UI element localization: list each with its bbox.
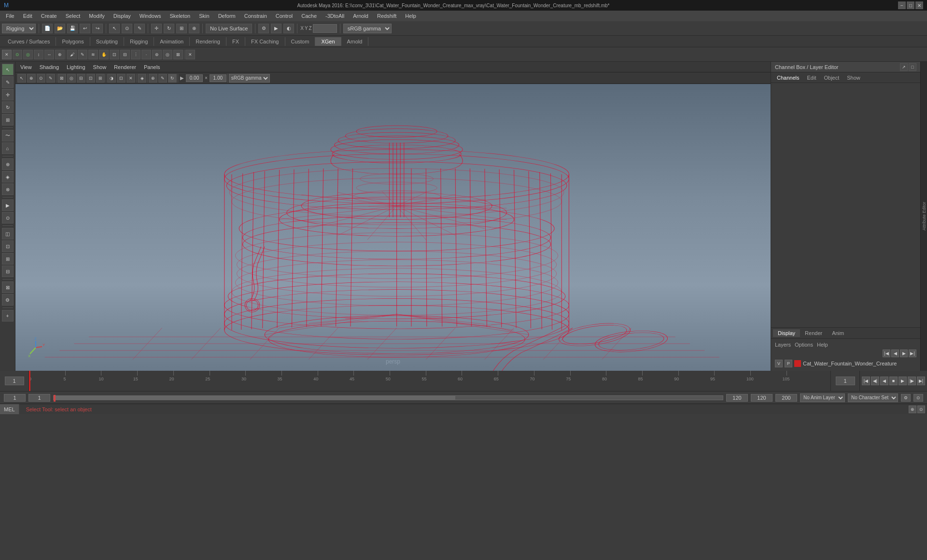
- layer-prev-btn[interactable]: ◀: [891, 350, 899, 357]
- bp-tab-render[interactable]: Render: [800, 329, 827, 337]
- tab-polygons[interactable]: Polygons: [56, 37, 90, 46]
- sidebar-rotate-btn[interactable]: ↻: [2, 101, 14, 113]
- skip-to-start-btn[interactable]: |◀: [862, 377, 870, 385]
- foamy-icon[interactable]: ⋮: [131, 50, 140, 59]
- menu-create[interactable]: Create: [37, 12, 61, 20]
- xgen-icon6[interactable]: ⊕: [55, 50, 65, 59]
- menu-select[interactable]: Select: [62, 12, 84, 20]
- status-icon2[interactable]: ⊙: [917, 406, 925, 413]
- bp-tab-display[interactable]: Display: [773, 329, 800, 337]
- render-settings-btn[interactable]: ⚙: [258, 24, 269, 33]
- vp-menu-shading[interactable]: Shading: [37, 63, 62, 71]
- hud-icon[interactable]: ⊞: [96, 74, 105, 83]
- smooth-icon[interactable]: ≋: [88, 50, 98, 59]
- stop-btn[interactable]: ■: [889, 377, 898, 385]
- sidebar-render1-btn[interactable]: ▶: [2, 199, 14, 211]
- menu-windows[interactable]: Windows: [136, 12, 165, 20]
- texture-icon[interactable]: ⊠: [173, 50, 183, 59]
- spray-icon[interactable]: ·: [141, 50, 151, 59]
- cb-tab-show[interactable]: Show: [843, 74, 864, 82]
- paint-select-btn[interactable]: ✎: [134, 24, 145, 33]
- play-fwd-btn[interactable]: ▶: [899, 377, 907, 385]
- vp-menu-lighting[interactable]: Lighting: [64, 63, 88, 71]
- open-btn[interactable]: 📂: [55, 24, 65, 33]
- detach-icon[interactable]: □: [909, 63, 916, 71]
- pinch-icon[interactable]: ⊡: [110, 50, 119, 59]
- bp-tab-anim[interactable]: Anim: [827, 329, 849, 337]
- sidebar-move-btn[interactable]: ✛: [2, 89, 14, 100]
- layer-next-btn[interactable]: ▶: [900, 350, 908, 357]
- tab-sculpting[interactable]: Sculpting: [90, 37, 124, 46]
- vp-menu-view[interactable]: View: [17, 63, 35, 71]
- lasso-btn[interactable]: ⊙: [122, 24, 132, 33]
- sidebar-snap3-btn[interactable]: ⊗: [2, 183, 14, 195]
- render-btn[interactable]: ▶: [271, 24, 281, 33]
- close-button[interactable]: ✕: [915, 1, 923, 9]
- shade-icon[interactable]: ◑: [107, 74, 116, 83]
- menu-deform[interactable]: Deform: [214, 12, 239, 20]
- vp-icon4[interactable]: ✎: [46, 74, 55, 83]
- tab-fx-caching[interactable]: FX Caching: [245, 37, 285, 46]
- tab-xgen[interactable]: XGen: [315, 37, 341, 46]
- xgen-icon2[interactable]: ⊙: [13, 50, 22, 59]
- vp-menu-show[interactable]: Show: [90, 63, 110, 71]
- live-surface-btn[interactable]: No Live Surface: [206, 24, 252, 33]
- move-btn[interactable]: ✛: [151, 24, 162, 33]
- frame-number-right[interactable]: [836, 377, 855, 385]
- range-handle[interactable]: [54, 395, 56, 402]
- skip-to-end-btn[interactable]: ▶|: [917, 377, 925, 385]
- maximize-button[interactable]: □: [907, 1, 914, 9]
- sidebar-bottom-btn[interactable]: +: [2, 310, 14, 322]
- sidebar-attr-btn[interactable]: ⚙: [2, 294, 14, 306]
- sculpt-icon[interactable]: ✎: [78, 50, 87, 59]
- tab-animation[interactable]: Animation: [154, 37, 190, 46]
- erase-icon[interactable]: ✕: [185, 50, 195, 59]
- vp-icon2[interactable]: ⊕: [27, 74, 36, 83]
- mel-button[interactable]: MEL: [0, 404, 19, 414]
- ipr-btn[interactable]: ◐: [283, 24, 294, 33]
- scale-btn[interactable]: ⊞: [176, 24, 187, 33]
- anim-prefs-btn[interactable]: ⊙: [913, 394, 923, 402]
- redo-btn[interactable]: ↪: [92, 24, 103, 33]
- options-label[interactable]: Options: [795, 342, 813, 348]
- coord-input[interactable]: [313, 24, 337, 33]
- menu-cache[interactable]: Cache: [297, 12, 321, 20]
- universal-manip-btn[interactable]: ⊕: [189, 24, 199, 33]
- minimize-button[interactable]: −: [898, 1, 906, 9]
- isolate-icon[interactable]: ◎: [67, 74, 76, 83]
- tab-arnold[interactable]: Arnold: [341, 37, 369, 46]
- grab-icon[interactable]: ✋: [99, 50, 109, 59]
- tab-curves-surfaces[interactable]: Curves / Surfaces: [2, 37, 56, 46]
- cb-tab-object[interactable]: Object: [820, 74, 843, 82]
- rotate-btn[interactable]: ↻: [164, 24, 174, 33]
- tab-rendering[interactable]: Rendering: [190, 37, 226, 46]
- char-set-options-btn[interactable]: ⚙: [901, 394, 911, 402]
- layer-first-btn[interactable]: |◀: [883, 350, 890, 357]
- flatten-icon[interactable]: ⊟: [120, 50, 130, 59]
- sidebar-vis4-btn[interactable]: ⊟: [2, 266, 14, 277]
- status-icon1[interactable]: ⊕: [909, 406, 916, 413]
- sidebar-curves-btn[interactable]: 〜: [2, 130, 14, 141]
- playback-end-input[interactable]: [751, 394, 772, 402]
- play-back-btn[interactable]: ◀: [880, 377, 888, 385]
- xgen-icon1[interactable]: ✕: [2, 50, 12, 59]
- menu-edit[interactable]: Edit: [19, 12, 36, 20]
- layer-playback-btn[interactable]: P: [785, 360, 792, 367]
- layer-last-btn[interactable]: ▶|: [909, 350, 916, 357]
- exposure-input[interactable]: [186, 74, 203, 82]
- menu-help[interactable]: Help: [401, 12, 420, 20]
- paint-icon2[interactable]: ✎: [158, 74, 167, 83]
- menu-3dtoall[interactable]: -3DtoAll: [322, 12, 348, 20]
- range-end2-input[interactable]: [775, 394, 797, 402]
- cb-tab-channels[interactable]: Channels: [773, 74, 803, 82]
- sidebar-select-btn[interactable]: ↖: [2, 64, 14, 75]
- repeat-icon[interactable]: ⊚: [152, 50, 162, 59]
- sidebar-vis3-btn[interactable]: ⊞: [2, 253, 14, 265]
- sidebar-snap2-btn[interactable]: ◈: [2, 171, 14, 182]
- select-tool-btn[interactable]: ↖: [109, 24, 120, 33]
- current-time-input[interactable]: [28, 394, 50, 402]
- menu-redshift[interactable]: Redshift: [373, 12, 400, 20]
- menu-arnold[interactable]: Arnold: [349, 12, 372, 20]
- grid-icon[interactable]: ⊠: [57, 74, 66, 83]
- tab-rigging[interactable]: Rigging: [124, 37, 154, 46]
